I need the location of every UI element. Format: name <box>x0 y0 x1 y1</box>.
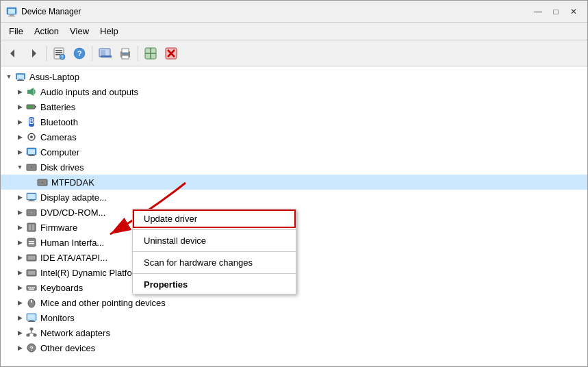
tree-root[interactable]: ▼ Asus-Laptop <box>1 69 587 84</box>
svg-rect-44 <box>28 155 35 156</box>
list-item[interactable]: MTFDDAK <box>1 175 587 190</box>
svg-rect-35 <box>27 105 33 108</box>
dvd-expander[interactable]: ▶ <box>14 207 25 218</box>
svg-rect-80 <box>28 321 35 322</box>
context-menu: Update driver Uninstall device Scan for … <box>132 209 296 294</box>
mice-expander[interactable]: ▶ <box>14 297 25 308</box>
list-item[interactable]: ▶ Display adapte... <box>1 190 587 205</box>
computer-expander[interactable]: ▶ <box>14 147 25 157</box>
human-expander[interactable]: ▶ <box>14 237 25 248</box>
list-item[interactable]: ▶ Mice and other pointing devices <box>1 295 587 310</box>
svg-rect-63 <box>29 243 34 244</box>
firmware-expander[interactable]: ▶ <box>14 222 25 233</box>
svg-rect-31 <box>27 90 30 94</box>
svg-rect-54 <box>28 201 35 201</box>
disk-drive-item-icon <box>36 176 49 188</box>
svg-rect-69 <box>28 287 29 288</box>
list-item[interactable]: ▶ ? Other devices <box>1 340 587 355</box>
svg-line-86 <box>31 333 35 334</box>
svg-rect-40 <box>30 133 33 134</box>
context-menu-uninstall-device[interactable]: Uninstall device <box>133 231 296 250</box>
svg-rect-28 <box>17 75 24 79</box>
mice-label: Mice and other pointing devices <box>40 298 166 308</box>
content-area: ▼ Asus-Laptop ▶ <box>1 66 587 366</box>
cameras-expander[interactable]: ▶ <box>14 131 25 142</box>
menu-view[interactable]: View <box>64 24 94 38</box>
print-icon <box>118 47 132 60</box>
list-item[interactable]: ▶ Audio inputs and outputs <box>1 84 587 99</box>
print-button[interactable] <box>116 44 135 63</box>
context-menu-update-driver[interactable]: Update driver <box>133 210 296 228</box>
other-expander[interactable]: ▶ <box>14 342 25 353</box>
monitors-label: Monitors <box>40 313 75 323</box>
disk-drives-expander[interactable]: ▼ <box>14 162 25 173</box>
list-item[interactable]: ▶ Network adapters <box>1 325 587 340</box>
dvd-label: DVD/CD-ROM... <box>40 207 105 218</box>
bluetooth-label: Bluetooth <box>40 117 78 127</box>
svg-rect-19 <box>122 55 129 59</box>
uninstall-button[interactable] <box>162 44 181 63</box>
root-expander[interactable]: ▼ <box>3 71 14 82</box>
disk-drives-label: Disk drives <box>40 162 84 173</box>
forward-button[interactable] <box>24 44 43 63</box>
svg-rect-43 <box>29 155 34 155</box>
menu-file[interactable]: File <box>3 24 29 38</box>
intel-icon <box>25 266 38 279</box>
svg-rect-62 <box>29 241 34 242</box>
display-icon <box>25 191 38 203</box>
svg-text:?: ? <box>61 55 64 60</box>
batteries-label: Batteries <box>40 102 75 112</box>
svg-rect-78 <box>27 314 36 320</box>
cameras-label: Cameras <box>40 132 77 142</box>
other-icon: ? <box>25 342 38 354</box>
root-label: Asus-Laptop <box>29 72 79 82</box>
svg-point-57 <box>31 212 32 214</box>
svg-text:?: ? <box>29 345 34 352</box>
back-button[interactable] <box>3 44 23 63</box>
keyboard-icon <box>25 281 38 294</box>
svg-rect-70 <box>30 287 31 288</box>
context-menu-scan[interactable]: Scan for hardware changes <box>133 253 296 272</box>
monitors-expander[interactable]: ▶ <box>14 312 25 323</box>
menu-help[interactable]: Help <box>94 24 124 38</box>
menu-action[interactable]: Action <box>29 24 64 38</box>
back-icon <box>8 48 18 59</box>
help-icon: ? <box>73 47 86 60</box>
list-item[interactable]: ▶ Computer <box>1 144 587 160</box>
context-menu-properties[interactable]: Properties <box>133 275 296 294</box>
title-text: Device Manager <box>21 7 81 16</box>
show-hidden-button[interactable] <box>95 44 114 63</box>
mtfddak-expander[interactable] <box>25 177 36 188</box>
computer-label: Computer <box>40 147 79 157</box>
menu-bar: File Action View Help <box>1 23 587 40</box>
svg-rect-29 <box>18 79 23 80</box>
list-item[interactable]: ▶ Monitors <box>1 310 587 325</box>
list-item[interactable]: ▶ Batteries <box>1 99 587 114</box>
svg-rect-71 <box>32 287 34 288</box>
minimize-button[interactable]: — <box>530 5 546 18</box>
help-button[interactable]: ? <box>70 44 89 63</box>
batteries-expander[interactable]: ▶ <box>14 101 25 112</box>
svg-rect-59 <box>29 225 31 230</box>
ide-label: IDE ATA/ATAPI... <box>40 253 107 263</box>
display-expander[interactable]: ▶ <box>14 192 25 203</box>
svg-rect-9 <box>55 54 60 55</box>
audio-expander[interactable]: ▶ <box>14 86 25 97</box>
list-item[interactable]: ▶ B Bluetooth <box>1 114 587 129</box>
mtfddak-label: MTFDDAK <box>51 177 94 188</box>
network-expander[interactable]: ▶ <box>14 327 25 338</box>
display-label: Display adapte... <box>40 192 107 203</box>
toolbar-separator-3 <box>138 46 138 61</box>
svg-rect-16 <box>101 55 112 58</box>
list-item[interactable]: ▼ Disk drives <box>1 160 587 175</box>
bluetooth-expander[interactable]: ▶ <box>14 116 25 127</box>
ide-expander[interactable]: ▶ <box>14 252 25 263</box>
intel-expander[interactable]: ▶ <box>14 267 25 278</box>
keyboards-expander[interactable]: ▶ <box>14 282 25 293</box>
close-button[interactable]: ✕ <box>565 5 582 18</box>
properties-button[interactable]: ? <box>49 44 68 63</box>
scan-button[interactable] <box>141 44 160 63</box>
maximize-button[interactable]: □ <box>548 5 564 18</box>
list-item[interactable]: ▶ Cameras <box>1 129 587 144</box>
svg-marker-32 <box>30 88 34 96</box>
